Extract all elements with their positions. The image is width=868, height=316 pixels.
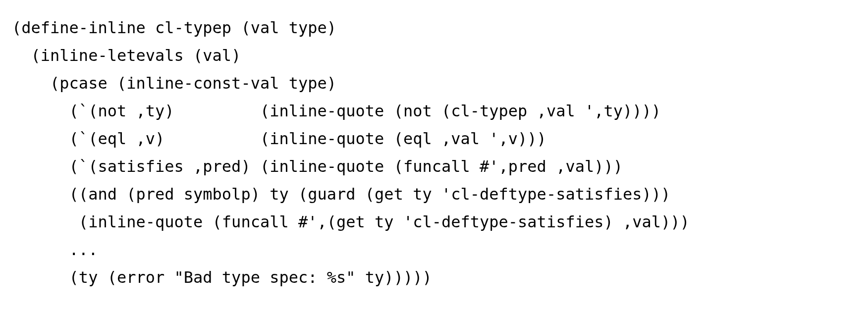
code-line: (inline-quote (funcall #',(get ty 'cl-de… (12, 208, 856, 236)
code-line: (inline-letevals (val) (12, 42, 856, 69)
code-block: (define-inline cl-typep (val type) (inli… (0, 0, 868, 316)
code-line: ((and (pred symbolp) ty (guard (get ty '… (12, 180, 856, 208)
code-line: (`(satisfies ,pred) (inline-quote (funca… (12, 153, 856, 180)
code-line: (pcase (inline-const-val type) (12, 69, 856, 97)
code-line: (ty (error "Bad type spec: %s" ty))))) (12, 263, 856, 291)
code-line: (`(eql ,v) (inline-quote (eql ,val ',v))… (12, 125, 856, 153)
code-line: ... (12, 236, 856, 263)
code-line: (define-inline cl-typep (val type) (12, 14, 856, 42)
code-line: (`(not ,ty) (inline-quote (not (cl-typep… (12, 97, 856, 125)
